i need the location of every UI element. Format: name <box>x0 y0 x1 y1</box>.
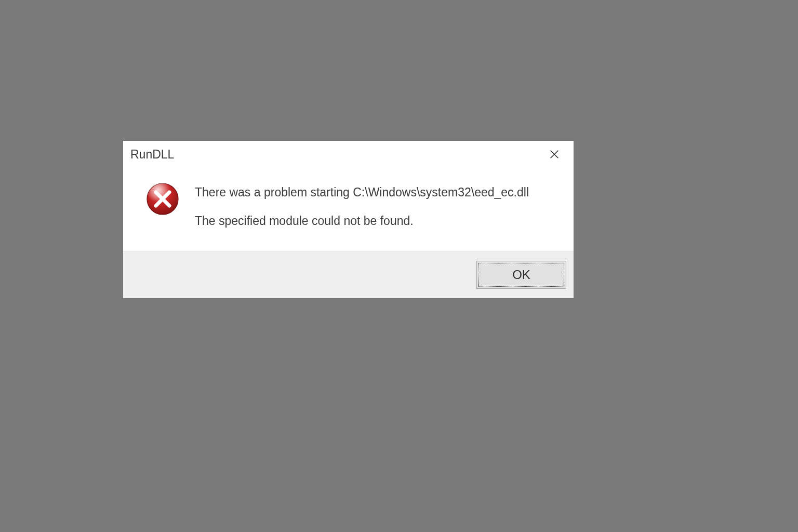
dialog-content: There was a problem starting C:\Windows\… <box>123 168 574 251</box>
error-icon <box>146 182 179 216</box>
error-message-primary: There was a problem starting C:\Windows\… <box>195 185 529 200</box>
ok-button[interactable]: OK <box>478 263 564 287</box>
error-dialog: RunDLL <box>123 141 574 298</box>
close-icon <box>549 149 560 160</box>
dialog-footer: OK <box>123 251 574 298</box>
titlebar[interactable]: RunDLL <box>123 141 574 168</box>
dialog-title: RunDLL <box>130 148 174 162</box>
message-area: There was a problem starting C:\Windows\… <box>195 183 529 228</box>
error-message-secondary: The specified module could not be found. <box>195 214 529 228</box>
close-button[interactable] <box>542 145 566 164</box>
ok-button-frame: OK <box>476 261 566 289</box>
